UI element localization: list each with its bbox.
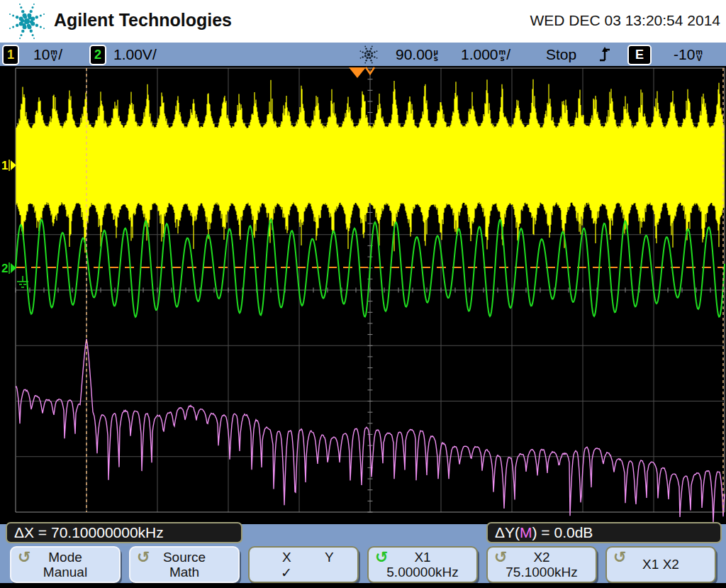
- channel-2-badge: 2: [89, 45, 106, 65]
- softkey-x2-cursor[interactable]: ↺ X2 75.1000kHz: [486, 546, 597, 583]
- delay-unit: s: [434, 55, 438, 62]
- softkey-source-label: Source: [130, 550, 238, 565]
- channel-1-unit: V: [52, 55, 57, 62]
- softkey-x-option: X: [282, 550, 291, 565]
- brand-title: Agilent Technologies: [54, 10, 232, 30]
- status-bar: 1 10mV/ 2 1.00V/ 90.00µs 1.000ms/ Stop E…: [0, 43, 726, 66]
- channel-1-badge-label: 1: [7, 48, 14, 62]
- channel-1-scale-value: 10: [33, 46, 50, 63]
- trigger-level-readout: -10mV: [674, 43, 703, 66]
- timebase-value: 1.000: [461, 46, 498, 63]
- softkey-source[interactable]: ↺ Source Math: [129, 546, 240, 583]
- bottom-bezel-strip: [0, 583, 726, 588]
- delta-y-source: M: [520, 524, 532, 540]
- channel-1-badge: 1: [2, 45, 19, 65]
- header: Agilent Technologies WED DEC 03 13:20:54…: [0, 0, 726, 43]
- svg-text:2: 2: [1, 262, 8, 275]
- softkey-x1-cursor[interactable]: ↺ X1 5.00000kHz: [367, 546, 478, 583]
- delay-readout: 90.00µs: [396, 43, 439, 66]
- timebase-unit: s: [500, 55, 504, 62]
- channel-2-badge-label: 2: [94, 48, 101, 62]
- svg-text:1: 1: [1, 159, 8, 172]
- timebase-suffix: /: [506, 46, 510, 63]
- trigger-level-unit: V: [697, 55, 702, 62]
- spark-icon: [359, 45, 379, 65]
- softkey-mode-value: Manual: [11, 565, 119, 580]
- softkey-xy-select[interactable]: X Y ✓: [248, 546, 359, 583]
- oscilloscope-screen: Agilent Technologies WED DEC 03 13:20:54…: [0, 0, 726, 588]
- softkey-y-option: Y: [325, 550, 334, 565]
- delay-value: 90.00: [396, 46, 433, 63]
- datetime-readout: WED DEC 03 13:20:54 2014: [530, 12, 721, 29]
- softkey-source-value: Math: [130, 565, 238, 580]
- softkey-x1x2-linked[interactable]: ↺ X1 X2: [605, 546, 716, 583]
- softkey-x2-value: 75.1000kHz: [488, 565, 596, 580]
- trigger-level-value: -10: [674, 46, 695, 63]
- softkey-x1-label: X1: [369, 550, 476, 565]
- channel-2-scale: 1.00V/: [113, 43, 157, 66]
- delta-y-value: ) = 0.0dB: [532, 524, 593, 540]
- delta-y-prefix: ΔY(: [495, 524, 520, 540]
- softkey-x1x2-label: X1 X2: [607, 557, 715, 572]
- scope-graticule-and-traces: 12: [0, 66, 726, 524]
- softkey-mode[interactable]: ↺ Mode Manual: [10, 546, 121, 583]
- waveform-display: 12: [0, 66, 726, 524]
- agilent-logo-icon: [4, 1, 50, 42]
- delta-x-value: ΔX = 70.10000000kHz: [14, 524, 164, 540]
- softkey-x1-value: 5.00000kHz: [369, 565, 476, 580]
- delta-y-readout: ΔY(M) = 0.0dB: [486, 522, 722, 543]
- channel-1-scale-suffix: /: [58, 46, 62, 63]
- acquisition-state: Stop: [546, 43, 576, 66]
- timebase-readout: 1.000ms/: [461, 43, 510, 66]
- delta-x-readout: ΔX = 70.10000000kHz: [6, 522, 242, 543]
- channel-2-scale-suffix: /: [152, 46, 157, 63]
- channel-2-ground-marker: 2: [1, 262, 28, 287]
- trigger-source-label: E: [635, 48, 644, 62]
- time-reference-marker: [349, 67, 366, 78]
- softkey-mode-label: Mode: [11, 550, 119, 565]
- check-icon: ✓: [281, 565, 292, 580]
- channel-2-scale-value: 1.00V: [113, 46, 152, 63]
- softkey-x2-label: X2: [488, 550, 596, 565]
- trigger-source-badge: E: [627, 45, 652, 65]
- channel-1-scale: 10mV/: [33, 43, 62, 66]
- rising-edge-trigger-icon: [599, 45, 610, 64]
